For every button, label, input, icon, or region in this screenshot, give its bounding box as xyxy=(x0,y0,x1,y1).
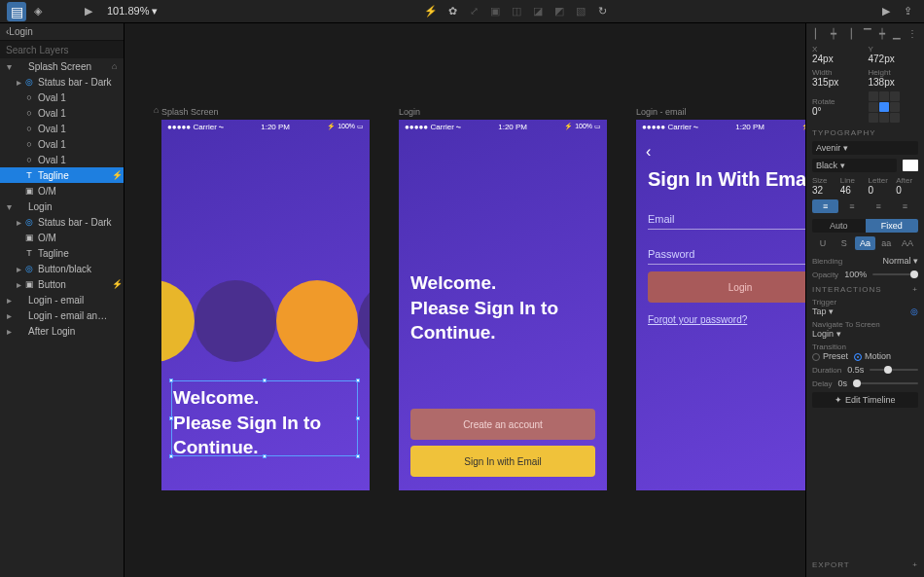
login-button[interactable]: Login xyxy=(648,271,805,303)
auto-width-toggle[interactable]: Auto xyxy=(812,219,866,233)
artboard-login[interactable]: Login ●●●●● Carrier ⏦1:20 PM⚡ 100% ▭ Wel… xyxy=(399,107,607,490)
artboard-login-email[interactable]: Login - email ●●●●● Carrier ⏦1:20 PM⚡ 10… xyxy=(636,107,805,490)
trigger-select[interactable]: Tap ▾ xyxy=(812,307,905,316)
text-align-right-icon[interactable]: ≡ xyxy=(866,199,892,213)
preview-bolt-icon[interactable]: ⚡ xyxy=(421,2,441,21)
origin-picker[interactable] xyxy=(869,91,919,123)
layer-row[interactable]: ▸◎Button/black xyxy=(0,261,124,276)
zoom-display[interactable]: 101.89% ▾ xyxy=(107,5,158,18)
back-icon[interactable]: ‹ xyxy=(646,143,651,161)
line-input[interactable]: 46 xyxy=(840,185,863,196)
size-input[interactable]: 32 xyxy=(812,185,835,196)
case-upper-icon[interactable]: AA xyxy=(897,236,918,250)
password-label: Password xyxy=(648,248,805,260)
delay-slider[interactable] xyxy=(853,382,918,384)
left-panel: ‹ Login Search Layers ▾Splash Screen⌂▸◎S… xyxy=(0,23,124,577)
case-lower-icon[interactable]: aa xyxy=(875,236,897,250)
blending-select[interactable]: Normal ▾ xyxy=(882,256,918,266)
circles-row xyxy=(161,280,370,362)
edit-timeline-button[interactable]: ✦ Edit Timeline xyxy=(812,392,918,408)
color-swatch[interactable] xyxy=(903,160,918,171)
status-bar: ●●●●● Carrier ⏦1:20 PM⚡ 100% ▭ xyxy=(161,120,370,133)
after-input[interactable]: 0 xyxy=(896,185,918,196)
select-tool-icon[interactable]: ▶ xyxy=(79,2,98,21)
duration-slider[interactable] xyxy=(870,369,918,371)
export-section: EXPORT+ xyxy=(812,560,918,569)
interactions-section: INTERACTIONS+ xyxy=(812,285,918,294)
email-field[interactable] xyxy=(648,229,805,230)
distribute-icon: ⋮ xyxy=(906,27,918,39)
height-input[interactable]: 138px xyxy=(869,77,919,88)
rotate-input[interactable]: 0° xyxy=(812,106,863,117)
weight-select[interactable]: Black ▾ xyxy=(812,159,897,172)
align-left-icon[interactable]: ▏ xyxy=(812,27,825,39)
x-input[interactable]: 24px xyxy=(812,54,863,64)
layer-row[interactable]: ○Oval 1 xyxy=(0,121,124,136)
password-field[interactable] xyxy=(648,264,805,265)
canvas[interactable]: ⌂ Splash Screen ●●●●● Carrier ⏦1:20 PM⚡ … xyxy=(124,23,805,577)
align-bottom-icon[interactable]: ▁ xyxy=(891,27,904,39)
y-input[interactable]: 472px xyxy=(869,54,919,64)
align-top-icon[interactable]: ▔ xyxy=(862,27,874,39)
play-icon[interactable]: ▶ xyxy=(876,2,896,21)
layer-row[interactable]: TTagline⚡ xyxy=(0,167,124,183)
layer-row[interactable]: ▸Login - email xyxy=(0,292,124,307)
motion-radio[interactable]: Motion xyxy=(854,351,891,361)
preset-radio[interactable]: Preset xyxy=(812,351,848,361)
layer-row[interactable]: ▣O/M xyxy=(0,183,124,198)
circle-shape xyxy=(358,280,370,362)
text-align-justify-icon[interactable]: ≡ xyxy=(892,199,918,213)
nav-screen-select[interactable]: Login ▾ xyxy=(812,329,918,339)
difference-icon: ▧ xyxy=(571,2,590,21)
layer-row[interactable]: ▸◎Status bar - Dark xyxy=(0,74,124,90)
left-panel-title: Login xyxy=(9,26,32,37)
text-align-center-icon[interactable]: ≡ xyxy=(838,199,865,213)
layer-row[interactable]: ▸Login - email and pass xyxy=(0,307,124,323)
align-vcenter-icon[interactable]: ┿ xyxy=(876,27,889,39)
share-icon[interactable]: ⇪ xyxy=(898,2,917,21)
layer-row[interactable]: ○Oval 1 xyxy=(0,105,124,121)
settings-gear-icon[interactable]: ✿ xyxy=(443,2,462,21)
width-input[interactable]: 315px xyxy=(812,77,863,88)
opacity-slider[interactable] xyxy=(872,273,918,275)
refresh-icon[interactable]: ↻ xyxy=(592,2,612,21)
layer-row[interactable]: ○Oval 1 xyxy=(0,136,124,152)
layer-row[interactable]: ▸After Login xyxy=(0,323,124,339)
fixed-width-toggle[interactable]: Fixed xyxy=(866,219,919,233)
layer-row[interactable]: ▸◎Status bar - Dark xyxy=(0,214,124,230)
search-layers-input[interactable]: Search Layers xyxy=(0,41,124,58)
layer-row[interactable]: ○Oval 1 xyxy=(0,152,124,167)
forgot-password-link[interactable]: Forgot your password? xyxy=(648,314,747,325)
layers-toggle-icon[interactable]: ▤ xyxy=(7,2,26,21)
create-account-button[interactable]: Create an account xyxy=(410,409,595,440)
components-icon[interactable]: ◈ xyxy=(28,2,48,21)
add-interaction-icon[interactable]: + xyxy=(912,285,918,294)
align-right-icon[interactable]: ▕ xyxy=(841,27,854,39)
layer-row[interactable]: ▸▣Button⚡ xyxy=(0,276,124,292)
opacity-input[interactable]: 100% xyxy=(844,270,867,279)
layer-row[interactable]: ▾Splash Screen⌂ xyxy=(0,58,124,74)
layer-row[interactable]: ○Oval 1 xyxy=(0,90,124,105)
case-normal-icon[interactable]: Aa xyxy=(855,236,876,250)
email-label: Email xyxy=(648,213,805,225)
duration-input[interactable]: 0.5s xyxy=(847,365,864,375)
strike-icon[interactable]: S xyxy=(834,236,855,250)
artboard-title[interactable]: Login xyxy=(399,107,607,117)
align-hcenter-icon[interactable]: ┿ xyxy=(827,27,839,39)
add-export-icon[interactable]: + xyxy=(912,560,918,569)
artboard-title[interactable]: Login - email xyxy=(636,107,805,117)
status-bar: ●●●●● Carrier ⏦1:20 PM⚡ 100% ▭ xyxy=(399,120,607,133)
circle-shape xyxy=(276,280,358,362)
signin-email-button[interactable]: Sign In with Email xyxy=(410,446,595,477)
union-icon: ◫ xyxy=(507,2,526,21)
layer-row[interactable]: TTagline xyxy=(0,245,124,261)
text-align-left-icon[interactable]: ≡ xyxy=(812,199,838,213)
artboard-splash[interactable]: ⌂ Splash Screen ●●●●● Carrier ⏦1:20 PM⚡ … xyxy=(161,107,370,490)
letter-input[interactable]: 0 xyxy=(869,185,891,196)
artboard-title[interactable]: Splash Screen xyxy=(161,107,370,117)
layer-row[interactable]: ▾Login xyxy=(0,198,124,214)
font-select[interactable]: Avenir ▾ xyxy=(812,141,918,155)
underline-icon[interactable]: U xyxy=(812,236,834,250)
layer-row[interactable]: ▣O/M xyxy=(0,230,124,245)
delay-input[interactable]: 0s xyxy=(837,379,847,388)
